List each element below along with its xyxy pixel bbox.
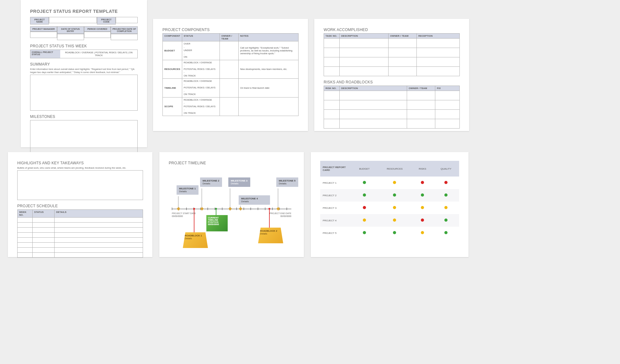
status-dot-icon <box>393 206 396 209</box>
col-fix: FIX <box>435 86 460 91</box>
status-dot-icon <box>444 231 448 234</box>
table-row[interactable] <box>18 247 143 252</box>
status-dot-icon <box>363 219 366 222</box>
col-quality: QUALITY <box>433 161 459 177</box>
col-notes: NOTES <box>238 34 298 41</box>
milestone-4: MILESTONE 4Details <box>239 195 270 205</box>
table-row[interactable] <box>324 39 460 48</box>
schedule-table: WEEK NO. STATUS DETAILS <box>17 209 143 258</box>
page-timeline: PROJECT TIMELINE MILESTONE 1Details MILE… <box>159 152 304 257</box>
summary-hint: Enter information here about overall sta… <box>30 68 138 74</box>
date-entry-label: DATE OF STATUS ENTRY <box>57 26 84 34</box>
table-row[interactable] <box>324 67 460 76</box>
table-row[interactable] <box>18 242 143 247</box>
report-card-table: PROJECT REPORT CARD BUDGET RESOURCES RIS… <box>320 161 459 239</box>
table-row[interactable] <box>324 100 460 110</box>
col-riskno: RISK NO. <box>324 86 340 91</box>
table-row[interactable] <box>18 217 143 222</box>
col-owner: OWNER / TEAM <box>220 34 238 41</box>
roadblock-2: ROADBLOCK 2Details <box>258 228 283 243</box>
col-status: STATUS <box>33 209 55 217</box>
table-row[interactable]: TIMELINEROADBLOCK / OVERAGE-POTENTIAL RI… <box>163 79 299 98</box>
col-desc: DESCRIPTION <box>340 86 407 91</box>
summary-box[interactable] <box>30 75 138 111</box>
dot-icon <box>268 208 270 210</box>
col-reception: RECEPTION <box>417 34 460 39</box>
project-code-field[interactable] <box>116 17 138 23</box>
table-row[interactable] <box>324 91 460 100</box>
milestones-heading: MILESTONES <box>30 114 138 119</box>
projected-date-field[interactable] <box>111 34 138 40</box>
milestone-5: MILESTONE 5Details <box>276 177 298 187</box>
roadblock-line <box>269 209 270 228</box>
status-dot-icon <box>363 193 366 197</box>
diamond-icon <box>239 207 242 210</box>
status-dot-icon <box>363 181 366 184</box>
status-dot-icon <box>444 219 448 222</box>
highlights-box[interactable] <box>17 170 143 200</box>
table-row[interactable] <box>18 237 143 242</box>
status-dot-icon <box>421 206 424 209</box>
status-dot-icon <box>421 181 424 184</box>
status-options[interactable]: ROADBLOCK / OVERAGE | POTENTIAL RISKS / … <box>60 50 137 58</box>
pm-field[interactable] <box>30 32 57 38</box>
period-field[interactable] <box>84 32 111 38</box>
table-row[interactable] <box>324 110 460 119</box>
col-component: COMPONENT <box>163 34 182 41</box>
status-dot-icon <box>421 231 424 234</box>
dot-icon <box>215 208 217 210</box>
table-row: PROJECT 5 <box>320 227 459 239</box>
risks-table: RISK NO. DESCRIPTION OWNER / TEAM FIX <box>324 86 460 129</box>
col-resources: RESOURCES <box>377 161 412 177</box>
overall-status-row: OVERALL PROJECT STATUS ROADBLOCK / OVERA… <box>30 50 138 58</box>
status-dot-icon <box>444 193 448 197</box>
table-row[interactable]: SCOPEROADBLOCK / OVERAGE-POTENTIAL RISKS… <box>163 97 299 116</box>
pm-label: PROJECT MANAGER <box>30 26 57 32</box>
period-label: PERIOD COVERED <box>84 26 111 32</box>
status-dot-icon <box>393 219 396 222</box>
status-dot-icon <box>444 181 448 184</box>
end-date-label: PROJECT END DATE00/00/0000 <box>270 212 291 218</box>
project-name-field[interactable] <box>49 17 97 23</box>
milestone-1: MILESTONE 1Details <box>177 185 199 195</box>
table-row[interactable] <box>18 252 143 257</box>
col-status: STATUS <box>182 34 220 41</box>
dot-icon <box>193 208 195 210</box>
table-row: PROJECT 3 <box>320 202 459 214</box>
status-dot-icon <box>363 231 366 234</box>
overall-status-label: OVERALL PROJECT STATUS <box>30 50 60 58</box>
col-taskno: TASK NO. <box>324 34 340 39</box>
col-owner: OWNER / TEAM <box>407 86 435 91</box>
page-report-card: PROJECT REPORT CARD BUDGET RESOURCES RIS… <box>311 152 469 257</box>
table-row[interactable] <box>18 227 143 232</box>
status-dot-icon <box>421 193 424 197</box>
roadblock-1: ROADBLOCK 1Details <box>183 232 208 248</box>
components-heading: PROJECT COMPONENTS <box>162 28 299 32</box>
table-row[interactable] <box>324 48 460 57</box>
work-table: TASK NO. DESCRIPTION OWNER / TEAM RECEPT… <box>324 33 460 76</box>
table-row[interactable] <box>18 232 143 237</box>
page-status-report: PROJECT STATUS REPORT TEMPLATE PROJECT N… <box>21 0 147 147</box>
status-dot-icon <box>393 231 396 234</box>
summary-heading: SUMMARY <box>30 62 138 66</box>
milestones-box[interactable] <box>30 120 138 156</box>
col-owner: OWNER / TEAM <box>389 34 417 39</box>
table-row[interactable]: BUDGETOVER-UNDER-ONCall out highlights: … <box>163 41 299 60</box>
start-date-label: PROJECT START DATE00/00/0000 <box>172 212 196 218</box>
risks-heading: RISKS AND ROADBLOCKS <box>324 80 460 84</box>
table-row[interactable] <box>324 57 460 67</box>
page-work-risks: WORK ACCOMPLISHED TASK NO. DESCRIPTION O… <box>314 19 469 131</box>
col-desc: DESCRIPTION <box>340 34 389 39</box>
diamond-icon <box>177 207 180 210</box>
table-row[interactable]: RESOURCESROADBLOCK / OVERAGE-POTENTIAL R… <box>163 60 299 79</box>
project-name-label: PROJECT NAME <box>30 17 49 24</box>
status-dot-icon <box>421 219 424 222</box>
col-weekno: WEEK NO. <box>18 209 33 217</box>
table-row[interactable] <box>324 119 460 129</box>
status-week-heading: PROJECT STATUS THIS WEEK <box>30 44 138 48</box>
date-entry-field[interactable] <box>57 34 84 40</box>
table-row[interactable] <box>18 222 143 227</box>
current-position: CURRENTTIMELINEPOSITION00/00/0000 <box>206 215 228 231</box>
col-project: PROJECT REPORT CARD <box>320 161 352 177</box>
page-components: PROJECT COMPONENTS COMPONENT STATUS OWNE… <box>153 19 308 131</box>
